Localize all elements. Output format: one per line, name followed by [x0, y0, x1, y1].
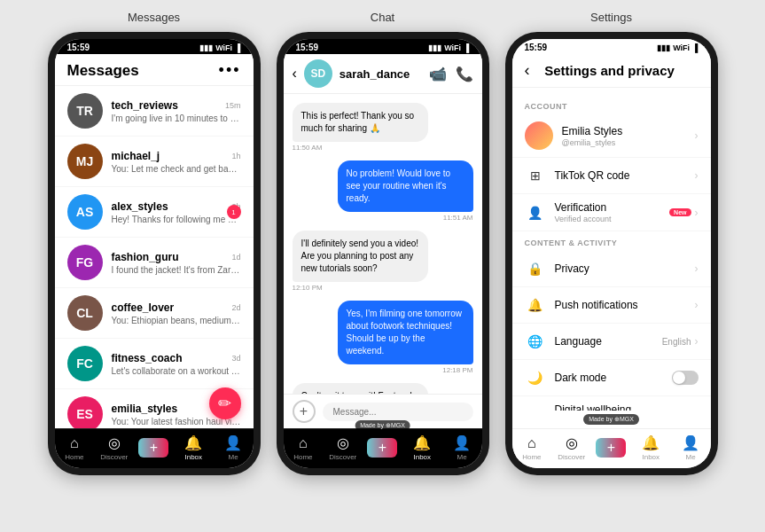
settings-item-verification[interactable]: 👤 Verification Verified account New ›	[512, 194, 711, 231]
settings-item-profile[interactable]: Emilia Styles @emilia_styles ›	[512, 114, 711, 158]
chat-bubble: I'll definitely send you a video! Are yo…	[293, 231, 428, 282]
settings-header: ‹ Settings and privacy	[512, 54, 711, 88]
msg-preview: I'm going live in 10 minutes to unbox...	[112, 113, 241, 123]
bubble-time: 12:18 PM	[442, 366, 472, 374]
lock-icon: 🔒	[525, 258, 546, 279]
nav-discover[interactable]: ◎ Discover	[551, 434, 591, 461]
settings-item-privacy[interactable]: 🔒 Privacy ›	[512, 251, 711, 287]
msg-time: 3d	[231, 354, 240, 363]
nav-plus[interactable]: +	[134, 438, 174, 458]
chat-messages: This is perfect! Thank you so much for s…	[284, 94, 482, 394]
chat-phone-screen: 15:59 ▮▮▮ WiFi ▐ ‹ SD sarah_dance 📹	[284, 39, 482, 468]
list-item[interactable]: AS alex_styles 2h Hey! Thanks for follow…	[55, 187, 254, 238]
chat-bottom-nav: ⌂ Home ◎ Discover + 🔔 Inbox	[284, 428, 482, 468]
settings-item-right: English ›	[662, 335, 699, 348]
messages-status-icons: ▮▮▮ WiFi ▐	[199, 43, 240, 52]
nav-home-label: Home	[65, 453, 83, 461]
settings-section-title: Settings	[590, 11, 632, 24]
settings-item-content: Digital wellbeing Screen time management…	[555, 403, 686, 411]
settings-made-by-badge: Made by ⊕MGX	[583, 414, 639, 425]
message-content: alex_styles 2h Hey! Thanks for following…	[112, 200, 241, 224]
chat-add-button[interactable]: +	[293, 400, 316, 423]
me-icon: 👤	[682, 434, 699, 451]
avatar: AS	[67, 194, 103, 230]
list-item[interactable]: CL coffee_lover 2d You: Ethiopian beans,…	[55, 288, 254, 339]
chat-phone: 15:59 ▮▮▮ WiFi ▐ ‹ SD sarah_dance 📹	[277, 32, 489, 475]
darkmode-toggle[interactable]	[672, 371, 699, 385]
settings-item-content: Language	[555, 335, 653, 348]
page-wrapper: Messages Chat Settings 15:59 ▮▮▮ WiFi ▐	[9, 9, 756, 475]
compose-fab[interactable]: ✏	[209, 387, 241, 419]
chat-status-icons: ▮▮▮ WiFi ▐	[428, 43, 469, 52]
nav-discover[interactable]: ◎ Discover	[323, 434, 363, 461]
messages-time: 15:59	[67, 43, 90, 52]
settings-item-right	[672, 371, 699, 385]
nav-home[interactable]: ⌂ Home	[55, 435, 95, 461]
chat-input[interactable]	[323, 403, 473, 421]
list-item[interactable]: MJ michael_j 1h You: Let me check and ge…	[55, 137, 254, 187]
heart-icon: ❤	[525, 409, 546, 411]
account-section-label: ACCOUNT	[512, 95, 711, 114]
inbox-icon: 🔔	[413, 434, 431, 451]
settings-item-darkmode[interactable]: 🌙 Dark mode	[512, 360, 711, 396]
settings-status-icons: ▮▮▮ WiFi ▐	[657, 43, 698, 52]
avatar: FG	[67, 245, 103, 280]
settings-item-qr[interactable]: ⊞ TikTok QR code ›	[512, 158, 711, 194]
back-button[interactable]: ‹	[293, 66, 297, 82]
discover-icon: ◎	[566, 434, 578, 451]
bubble-time: 12:10 PM	[293, 284, 323, 292]
messages-list: TR tech_reviews 15m I'm going live in 10…	[55, 86, 254, 428]
messages-title: Messages	[67, 62, 139, 80]
nav-inbox[interactable]: 🔔 Inbox	[402, 434, 442, 461]
nav-me[interactable]: 👤 Me	[671, 434, 711, 461]
settings-item-wellbeing[interactable]: ❤ Digital wellbeing Screen time manageme…	[512, 396, 711, 411]
list-item[interactable]: FG fashion_guru 1d I found the jacket! I…	[55, 238, 254, 288]
nav-home[interactable]: ⌂ Home	[284, 435, 324, 461]
msg-time: 1d	[231, 253, 240, 262]
phone-call-icon[interactable]: 📞	[456, 66, 473, 82]
settings-item-right: ›	[695, 169, 699, 182]
settings-item-notifications[interactable]: 🔔 Push notifications ›	[512, 287, 711, 324]
nav-me[interactable]: 👤 Me	[214, 434, 254, 461]
chat-bubble: Can't wait to see it! Footwork is exactl…	[293, 383, 428, 394]
chat-message-sent: No problem! Would love to see your routi…	[293, 160, 473, 222]
bell-icon: 🔔	[525, 294, 546, 316]
profile-handle: @emilia_styles	[562, 138, 686, 147]
nav-discover[interactable]: ◎ Discover	[94, 434, 134, 461]
settings-item-content: Privacy	[555, 262, 686, 275]
bubble-time: 11:50 AM	[293, 144, 323, 152]
settings-item-language[interactable]: 🌐 Language English ›	[512, 324, 711, 360]
chat-message-received: This is perfect! Thank you so much for s…	[293, 103, 473, 152]
chat-avatar: SD	[304, 59, 332, 88]
video-call-icon[interactable]: 📹	[429, 66, 447, 82]
plus-button[interactable]: +	[367, 438, 397, 458]
nav-inbox[interactable]: 🔔 Inbox	[631, 434, 671, 461]
list-item[interactable]: TR tech_reviews 15m I'm going live in 10…	[55, 86, 254, 137]
message-content: fitness_coach 3d Let's collaborate on a …	[112, 352, 241, 376]
chevron-right-icon: ›	[695, 262, 699, 275]
nav-plus[interactable]: +	[591, 438, 631, 458]
nav-plus[interactable]: +	[363, 438, 402, 458]
chevron-right-icon: ›	[695, 299, 699, 311]
me-icon: 👤	[224, 434, 242, 451]
settings-content: ACCOUNT Emilia Styles @emilia_styles ›	[512, 88, 711, 411]
messages-more-icon[interactable]: •••	[219, 61, 241, 80]
wellbeing-label: Digital wellbeing	[555, 403, 686, 411]
settings-phone-screen: 15:59 ▮▮▮ WiFi ▐ ‹ Settings and privacy	[512, 39, 711, 468]
plus-button[interactable]: +	[138, 438, 168, 458]
nav-inbox[interactable]: 🔔 Inbox	[174, 434, 214, 461]
nav-inbox-label: Inbox	[185, 453, 203, 461]
nav-home[interactable]: ⌂ Home	[512, 435, 552, 461]
list-item[interactable]: FC fitness_coach 3d Let's collaborate on…	[55, 339, 254, 389]
chat-bubble: Yes, I'm filming one tomorrow about foot…	[338, 301, 473, 364]
settings-item-right: New ›	[669, 207, 698, 219]
moon-icon: 🌙	[525, 367, 546, 388]
discover-icon: ◎	[108, 434, 121, 451]
bubble-text: This is perfect! Thank you so much for s…	[301, 111, 415, 133]
nav-me[interactable]: 👤 Me	[442, 434, 482, 461]
bubble-time: 11:51 AM	[443, 214, 473, 222]
signal-icon: ▮▮▮	[199, 43, 213, 52]
plus-button[interactable]: +	[596, 438, 626, 458]
settings-back-button[interactable]: ‹	[525, 61, 530, 80]
message-content: michael_j 1h You: Let me check and get b…	[112, 150, 241, 174]
